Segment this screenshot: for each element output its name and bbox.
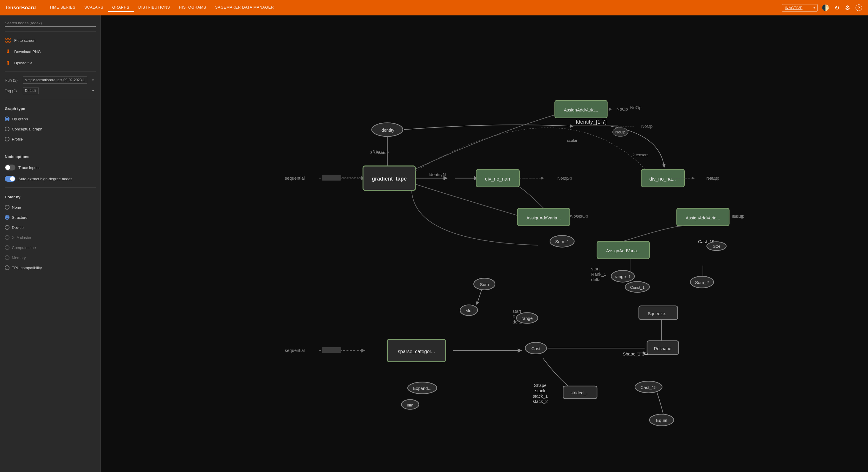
radio-tpu-compatibility[interactable]: TPU compatibility bbox=[5, 264, 96, 271]
svg-text:sparse_categor...: sparse_categor... bbox=[398, 349, 435, 354]
svg-text:NoOp: NoOp bbox=[732, 214, 743, 219]
run-row: Run (2) simple-tensorboard-test-09-02-20… bbox=[5, 76, 96, 84]
svg-text:NoOp: NoOp bbox=[708, 176, 719, 181]
graph-svg[interactable]: sequential IdentityN NoOp NoOp NoOp NoOp bbox=[101, 15, 868, 472]
radio-structure[interactable]: Structure bbox=[5, 214, 96, 221]
divider-5 bbox=[5, 187, 96, 188]
trace-inputs-thumb bbox=[5, 165, 10, 170]
svg-text:stack: stack bbox=[535, 388, 546, 393]
divider-2 bbox=[5, 71, 96, 72]
radio-profile-circle bbox=[5, 137, 9, 141]
radio-op-graph[interactable]: Op graph bbox=[5, 116, 96, 122]
auto-extract-row: Auto-extract high-degree nodes bbox=[5, 175, 96, 183]
topnav-links: TIME SERIES SCALARS GRAPHS DISTRIBUTIONS… bbox=[45, 3, 782, 12]
svg-text:AssignAddVaria...: AssignAddVaria... bbox=[606, 248, 640, 253]
trace-inputs-toggle[interactable] bbox=[5, 164, 16, 170]
run-label: Run (2) bbox=[5, 78, 21, 83]
radio-xla-cluster[interactable]: XLA cluster bbox=[5, 234, 96, 241]
svg-text:sequential: sequential bbox=[285, 176, 305, 181]
svg-text:range: range bbox=[522, 316, 533, 321]
svg-text:Cast_15: Cast_15 bbox=[640, 385, 657, 390]
svg-text:scalar: scalar bbox=[567, 138, 578, 143]
radio-memory-circle bbox=[5, 255, 9, 260]
svg-rect-1 bbox=[6, 41, 7, 42]
tag-select[interactable]: Default bbox=[23, 87, 38, 94]
svg-text:stack_2: stack_2 bbox=[533, 399, 548, 404]
sidebar: Fit to screen ⬇ Download PNG ⬆ Upload fi… bbox=[0, 15, 101, 472]
svg-text:Squeeze...: Squeeze... bbox=[648, 311, 669, 316]
inactive-select-wrapper[interactable]: INACTIVE ACTIVE bbox=[782, 4, 817, 11]
svg-text:start: start bbox=[591, 266, 600, 271]
download-icon: ⬇ bbox=[5, 48, 11, 55]
refresh-button[interactable]: ↻ bbox=[833, 3, 841, 12]
main-layout: Fit to screen ⬇ Download PNG ⬆ Upload fi… bbox=[0, 15, 868, 472]
svg-text:Cast: Cast bbox=[531, 346, 540, 351]
divider-4 bbox=[5, 147, 96, 147]
nav-histograms[interactable]: HISTOGRAMS bbox=[175, 3, 210, 12]
divider-3 bbox=[5, 99, 96, 99]
radio-xla-circle bbox=[5, 235, 9, 240]
svg-rect-25 bbox=[322, 347, 341, 353]
radio-structure-label: Structure bbox=[12, 215, 28, 220]
radio-none-label: None bbox=[12, 205, 21, 210]
nav-graphs[interactable]: GRAPHS bbox=[108, 3, 134, 12]
upload-file-button[interactable]: ⬆ Upload file bbox=[5, 59, 96, 67]
theme-toggle-button[interactable]: 🌓 bbox=[820, 3, 830, 12]
svg-text:Identity_[1-7]: Identity_[1-7] bbox=[576, 119, 607, 125]
svg-text:AssignAddVaria...: AssignAddVaria... bbox=[526, 216, 561, 220]
topnav-right: INACTIVE ACTIVE 🌓 ↻ ⚙ ? bbox=[782, 3, 863, 12]
color-by-title: Color by bbox=[5, 195, 96, 199]
run-select[interactable]: simple-tensorboard-test-09-02-2023-1 bbox=[23, 76, 87, 84]
radio-profile[interactable]: Profile bbox=[5, 136, 96, 142]
help-button[interactable]: ? bbox=[855, 3, 863, 12]
fit-to-screen-label: Fit to screen bbox=[14, 38, 36, 43]
auto-extract-thumb bbox=[10, 177, 15, 181]
download-png-label: Download PNG bbox=[14, 50, 41, 54]
nav-sagemaker[interactable]: SAGEMAKER DATA MANAGER bbox=[211, 3, 278, 12]
svg-text:range_1: range_1 bbox=[615, 274, 631, 279]
svg-text:AssignAddVaria...: AssignAddVaria... bbox=[564, 107, 598, 113]
radio-device-label: Device bbox=[12, 225, 24, 230]
radio-compute-time-label: Compute time bbox=[12, 246, 36, 250]
svg-text:Mul: Mul bbox=[465, 308, 472, 313]
refresh-icon: ↻ bbox=[835, 4, 840, 11]
svg-text:Rank_1: Rank_1 bbox=[591, 272, 606, 277]
svg-text:NoOp: NoOp bbox=[630, 105, 642, 110]
nav-scalars[interactable]: SCALARS bbox=[80, 3, 107, 12]
radio-op-graph-circle bbox=[5, 117, 9, 121]
svg-text:AssignAddVaria...: AssignAddVaria... bbox=[686, 216, 720, 220]
fit-to-screen-button[interactable]: Fit to screen bbox=[5, 36, 96, 44]
svg-rect-4 bbox=[101, 37, 868, 450]
settings-button[interactable]: ⚙ bbox=[844, 3, 851, 12]
svg-text:strided_...: strided_... bbox=[570, 390, 590, 395]
radio-profile-label: Profile bbox=[12, 137, 23, 141]
upload-file-label: Upload file bbox=[14, 61, 32, 65]
search-input[interactable] bbox=[5, 20, 96, 27]
help-icon: ? bbox=[856, 4, 862, 11]
run-select-wrapper[interactable]: simple-tensorboard-test-09-02-2023-1 bbox=[23, 76, 96, 84]
radio-tpu-label: TPU compatibility bbox=[12, 266, 42, 270]
nav-distributions[interactable]: DISTRIBUTIONS bbox=[134, 3, 174, 12]
auto-extract-label: Auto-extract high-degree nodes bbox=[19, 177, 72, 181]
auto-extract-toggle[interactable] bbox=[5, 176, 16, 182]
radio-tpu-circle bbox=[5, 265, 9, 270]
svg-text:Sum: Sum bbox=[480, 282, 489, 287]
tag-select-wrapper[interactable]: Default bbox=[23, 87, 96, 94]
radio-none[interactable]: None bbox=[5, 204, 96, 211]
inactive-select[interactable]: INACTIVE ACTIVE bbox=[782, 4, 817, 11]
radio-compute-time[interactable]: Compute time bbox=[5, 244, 96, 251]
svg-text:div_no_na...: div_no_na... bbox=[650, 176, 676, 182]
radio-memory[interactable]: Memory bbox=[5, 254, 96, 261]
tag-row: Tag (2) Default bbox=[5, 87, 96, 94]
radio-conceptual-graph[interactable]: Conceptual graph bbox=[5, 126, 96, 132]
svg-text:sequential: sequential bbox=[285, 348, 305, 353]
svg-text:Const_1: Const_1 bbox=[630, 285, 645, 290]
fit-screen-icon bbox=[5, 37, 11, 43]
radio-device[interactable]: Device bbox=[5, 224, 96, 231]
nav-time-series[interactable]: TIME SERIES bbox=[45, 3, 80, 12]
graph-area[interactable]: sequential IdentityN NoOp NoOp NoOp NoOp bbox=[101, 15, 868, 472]
download-png-button[interactable]: ⬇ Download PNG bbox=[5, 48, 96, 56]
svg-text:NoOp: NoOp bbox=[617, 107, 628, 112]
svg-text:Equal: Equal bbox=[656, 418, 667, 423]
svg-text:NoOp: NoOp bbox=[615, 130, 625, 134]
